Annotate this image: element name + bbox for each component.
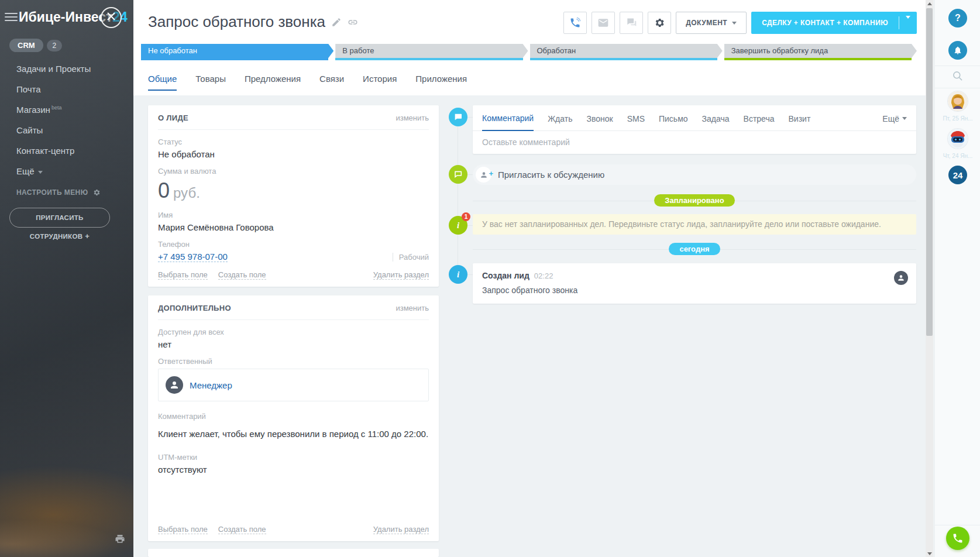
sidebar-item-crm[interactable]: CRM [9,39,43,52]
event-title: Создан лид [482,271,529,280]
next-section-card [148,549,439,557]
settings-button[interactable] [648,12,671,34]
invite-employees-button[interactable]: ПРИГЛАСИТЬ СОТРУДНИКОВ+ [9,208,110,228]
chevron-down-icon [906,16,910,27]
chat-date-label: Пт, 25 Ян... [935,115,980,122]
sidebar-item-shop[interactable]: Магазинbeta [16,99,91,120]
delete-section-link[interactable]: Удалить раздел [373,525,429,534]
responsible-user-link[interactable]: Менеджер [190,380,232,390]
chat-avatar-bot[interactable] [948,129,968,149]
edit-title-icon[interactable] [331,17,342,27]
timeline-composer-card: Комментарий Ждать Звонок SMS Письмо Зада… [473,105,916,154]
tab-quotes[interactable]: Предложения [245,74,301,91]
robot-avatar [948,129,968,149]
help-button[interactable]: ? [948,9,967,27]
chat-button[interactable] [620,12,643,34]
scrollbar-thumb[interactable] [926,8,933,336]
stage-finish-processing[interactable]: Завершить обработку лида [724,44,917,60]
name-field-label: Имя [158,211,429,219]
invite-to-discussion-button[interactable]: + Пригласить к обсуждению [473,164,916,185]
search-button[interactable] [952,70,964,84]
avatar [166,376,183,394]
edit-additional-link[interactable]: изменить [396,304,429,312]
section-title-additional: ДОПОЛНИТЕЛЬНО [158,304,231,312]
amount-field-label: Сумма и валюта [158,167,429,176]
edit-lead-link[interactable]: изменить [396,114,429,122]
currency-label: руб. [173,185,200,201]
available-field-value: нет [158,339,429,349]
detail-tabs: Общие Товары Предложения Связи История П… [148,74,467,91]
status-field-label: Статус [158,137,429,146]
sidebar-item-mail[interactable]: Почта [16,79,91,99]
planned-separator: Запланировано [473,194,916,207]
notifications-button[interactable] [948,41,967,60]
sidebar-item-more[interactable]: Ещё [16,161,91,181]
select-field-link[interactable]: Выбрать поле [158,525,208,534]
stage-in-progress[interactable]: В работе [335,44,528,60]
copy-link-icon[interactable] [348,17,358,27]
tab-products[interactable]: Товары [195,74,226,91]
woman-avatar [948,91,968,111]
phone-field-label: Телефон [158,240,429,249]
status-field-value: Не обработан [158,149,429,159]
phone-number-link[interactable]: +7 495 978-07-00 [158,252,228,262]
telephony-call-button[interactable] [946,527,969,550]
stage-not-processed[interactable]: Не обработан [141,44,333,60]
stage-processed[interactable]: Обработан [530,44,723,60]
available-field-label: Доступен для всех [158,328,429,336]
create-dropdown-toggle[interactable] [899,19,917,27]
event-description: Запрос обратного звонка [482,286,907,295]
sidebar-item-contact-center[interactable]: Контакт-центр [16,140,91,161]
tab-history[interactable]: История [363,74,397,91]
composer-tab-comment[interactable]: Комментарий [482,114,534,131]
composer-tab-task[interactable]: Задача [702,114,730,130]
create-field-link[interactable]: Создать поле [218,270,266,280]
configure-menu-button[interactable]: НАСТРОИТЬ МЕНЮ [16,188,101,197]
composer-tab-meeting[interactable]: Встреча [744,114,775,130]
bell-icon [953,46,962,55]
printer-icon[interactable] [115,534,125,544]
composer-tab-email[interactable]: Письмо [659,114,688,130]
bitrix24-logo[interactable]: 24 [948,166,967,184]
composer-tab-more[interactable]: Ещё [882,114,907,130]
lead-info-card: О ЛИДЕ изменить Статус Не обработан Сумм… [148,105,439,287]
hamburger-menu-icon[interactable] [5,13,18,22]
page-scrollbar[interactable] [926,0,933,557]
planned-badge: Запланировано [654,194,734,207]
no-activities-notice: У вас нет запланированных дел. Передвинь… [473,214,916,235]
scroll-down-arrow[interactable] [926,550,933,557]
composer-tab-call[interactable]: Звонок [586,114,613,130]
create-deal-contact-company-button[interactable]: СДЕЛКУ + КОНТАКТ + КОМПАНИЮ [751,12,917,34]
additional-info-card: ДОПОЛНИТЕЛЬНО изменить Доступен для всех… [148,295,439,541]
sidebar-item-tasks[interactable]: Задачи и Проекты [16,59,91,79]
timeline-line [458,126,458,274]
sidebar-item-sites[interactable]: Сайты [16,120,91,140]
person-icon [480,171,488,179]
gear-icon [654,17,665,29]
tab-apps[interactable]: Приложения [415,74,467,91]
scroll-up-arrow[interactable] [926,0,933,7]
composer-tab-sms[interactable]: SMS [627,114,645,130]
document-button[interactable]: ДОКУМЕНТ [676,12,747,34]
chat-date-label: Чт, 24 Ян... [935,153,980,159]
crm-counter-badge: 2 [47,40,63,51]
select-field-link[interactable]: Выбрать поле [158,270,208,280]
chat-avatar-assistant[interactable] [948,91,968,111]
comment-input[interactable]: Оставьте комментарий [473,131,916,154]
call-button[interactable] [563,12,587,34]
discussion-stream-icon [449,165,467,184]
close-menu-button[interactable] [101,7,122,28]
today-separator: сегодня [473,243,916,255]
name-field-value: Мария Семёновна Говорова [158,222,429,232]
phone-icon [569,17,581,29]
tab-relations[interactable]: Связи [319,74,344,91]
event-info-icon: i [449,265,467,284]
delete-section-link[interactable]: Удалить раздел [373,270,429,280]
composer-tab-visit[interactable]: Визит [789,114,811,130]
tab-general[interactable]: Общие [148,74,177,91]
create-field-link[interactable]: Создать поле [218,525,266,534]
composer-tab-wait[interactable]: Ждать [548,114,572,130]
email-button[interactable] [592,12,615,34]
plus-icon: + [489,170,493,177]
add-user-icon: + [476,167,491,183]
